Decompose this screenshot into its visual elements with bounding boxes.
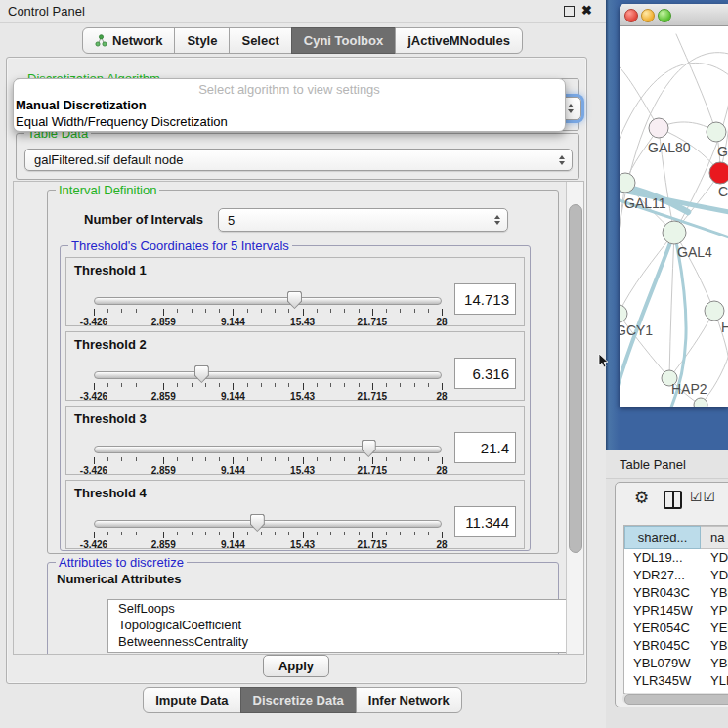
numerical-attributes-list[interactable]: SelfLoopsTopologicalCoefficientBetweenne… [107,599,580,653]
checkbox-icons[interactable]: ☑☑ [690,489,716,504]
number-of-intervals-combobox[interactable]: 5 [218,208,508,232]
tick-mark [303,457,304,464]
threshold-slider[interactable]: -3.4262.8599.14415.4321.71528 [94,295,442,324]
table-row[interactable]: YLR345WYLR3 [624,672,728,690]
close-icon[interactable]: ✖ [581,3,592,18]
network-edge[interactable] [669,311,714,378]
list-item-topologicalcoefficient[interactable]: TopologicalCoefficient [108,617,579,633]
minimize-traffic-light-icon[interactable] [641,9,655,22]
slider-thumb[interactable] [250,514,265,532]
tick-mark [247,383,248,387]
threshold-slider[interactable]: -3.4262.8599.14415.4321.71528 [94,369,442,399]
tab-label: Style [187,33,217,48]
threshold-value-field[interactable]: 14.713 [454,283,516,315]
slider-track[interactable] [94,446,442,453]
network-node-gal80[interactable] [649,118,668,138]
numerical-attributes-label: Numerical Attributes [57,572,181,586]
tick-mark [121,532,122,535]
slider-thumb[interactable] [194,365,209,383]
tab-select[interactable]: Select [229,27,291,54]
list-item-selfloops[interactable]: SelfLoops [108,600,579,617]
popup-item-manual-discretization[interactable]: Manual Discretization [16,98,147,112]
network-edge[interactable] [676,34,716,132]
network-icon [95,34,107,47]
popup-item-equal-width-frequency[interactable]: Equal Width/Frequency Discretization [16,114,228,129]
threshold-value-field[interactable]: 6.316 [454,358,516,389]
tab-network[interactable]: Network [82,27,175,54]
network-canvas[interactable]: GAL80GACGAL11GAL4GCY1HHAP2 [620,26,728,407]
settings-scroll-area: Interval Definition Number of Intervals … [13,181,584,655]
table-row[interactable]: YBL079WYBL0 [624,655,728,672]
float-window-icon[interactable] [564,6,575,17]
tab-label: Infer Network [368,693,450,707]
algorithm-dropdown-popup: Select algorithm to view settings Manual… [13,78,566,132]
tab-cyni-toolbox[interactable]: Cyni Toolbox [291,27,396,54]
tab-infer-network[interactable]: Infer Network [356,687,462,713]
table-row[interactable]: YPR145WYPR1 [624,602,728,620]
tab-style[interactable]: Style [174,27,230,54]
horizontal-scrollbar[interactable] [622,693,728,704]
tick-mark [192,457,193,461]
vertical-scrollbar-thumb[interactable] [569,204,582,553]
network-node-c[interactable] [709,162,728,184]
tick-mark [414,309,415,313]
tick-mark [219,383,220,387]
vertical-scrollbar[interactable] [566,182,583,654]
network-node-gal11[interactable] [620,173,635,193]
tick-label: 15.43 [290,539,315,550]
apply-button[interactable]: Apply [263,655,329,677]
popup-placeholder: Select algorithm to view settings [14,82,565,97]
tick-mark [94,309,95,316]
table-data-combobox[interactable]: galFiltered.sif default node [24,149,573,171]
network-node-h[interactable] [705,301,724,321]
column-header-shared-name[interactable]: shared... [624,526,701,549]
tick-mark [136,309,137,313]
threshold-slider[interactable]: -3.4262.8599.14415.4321.71528 [94,444,442,473]
network-node[interactable] [694,398,707,407]
network-edge[interactable] [620,62,659,128]
network-edge[interactable] [701,355,728,405]
tick-mark [442,309,443,316]
threshold-value-field[interactable]: 21.4 [454,432,516,463]
slider-thumb[interactable] [287,291,302,309]
tick-label: 9.144 [221,539,245,550]
table-row[interactable]: YBR045CYBR0 [624,637,728,655]
slider-thumb[interactable] [362,440,376,457]
tick-mark [400,309,401,313]
mouse-cursor [598,354,609,368]
tab-impute-data[interactable]: Impute Data [143,687,240,713]
tab-jactivemnodules[interactable]: jActiveMNodules [395,27,523,54]
gear-icon[interactable]: ⚙ [634,488,649,508]
threshold-value-field[interactable]: 11.344 [454,506,516,537]
column-header-name[interactable]: na [701,526,728,549]
network-node-gcy1[interactable] [620,305,627,322]
horizontal-scrollbar-thumb[interactable] [624,694,728,705]
tick-mark [386,457,387,461]
zoom-traffic-light-icon[interactable] [658,9,671,22]
tick-mark [261,457,262,461]
slider-track[interactable] [94,520,442,528]
table-row[interactable]: YER054CYER0 [624,620,728,637]
slider-track[interactable] [94,371,442,379]
network-node-gal4[interactable] [663,221,686,244]
tick-mark [247,532,248,535]
combo-arrows-icon [559,155,565,165]
interval-definition-group: Interval Definition Number of Intervals … [47,190,559,554]
network-window-titlebar[interactable] [620,4,728,26]
network-node-ga[interactable] [707,122,726,142]
tick-mark [107,532,108,535]
slider-track[interactable] [94,297,442,305]
table-row[interactable]: YDL19...YDL1 [624,549,728,567]
columns-icon[interactable] [664,491,682,509]
threshold-slider[interactable]: -3.4262.8599.14415.4321.71528 [94,518,442,547]
table-row[interactable]: YDR27...YDR2 [624,567,728,584]
close-traffic-light-icon[interactable] [624,9,638,22]
cell-name: YDR2 [701,567,728,584]
table-row[interactable]: YBR043CYBR0 [624,584,728,602]
node-table: shared... na YDL19...YDL1YDR27...YDR2YBR… [623,525,728,694]
list-item-betweennesscentrality[interactable]: BetweennessCentrality [108,633,579,650]
network-edge[interactable] [669,233,674,378]
tick-label: 15.43 [290,465,315,476]
tab-discretize-data[interactable]: Discretize Data [240,687,357,713]
tab-label: Discretize Data [253,693,344,707]
